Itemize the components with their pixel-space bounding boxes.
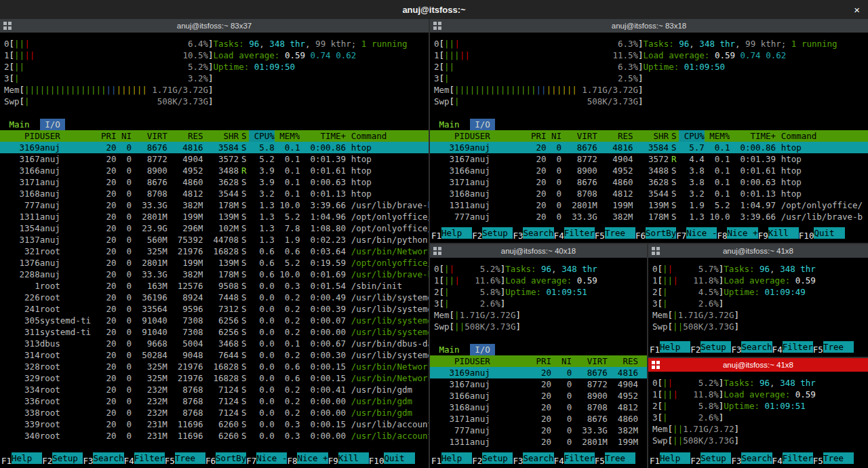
process-row[interactable]: 1311anuj2002801M199M: [430, 436, 647, 448]
process-row[interactable]: 3168anuj200870848123544S3.20.10:01.13hto…: [430, 188, 868, 199]
tab-main[interactable]: Main: [439, 119, 460, 130]
process-row[interactable]: 338root200232M87687124S0.00.20:00.00/usr…: [0, 407, 429, 418]
terminal-content[interactable]: 0[|||6.4%]Tasks: 96, 348 thr, 99 kthr; 1…: [0, 33, 429, 468]
process-row[interactable]: 3167anuj200877249043572R4.40.10:01.39hto…: [430, 153, 868, 165]
fkey-f1[interactable]: F1Help: [431, 452, 472, 464]
column-header-command[interactable]: Command: [776, 130, 816, 142]
process-row[interactable]: 3167anuj20087724904: [430, 378, 647, 390]
terminal-pane-41x8-top[interactable]: anuj@itsfoss:~ 41x80[||5.7%]Tasks: 96, 3…: [648, 244, 868, 357]
tab-i-o[interactable]: I/O: [470, 119, 496, 130]
process-row[interactable]: 339root200231M116966260S0.00.30:00.15/us…: [0, 418, 429, 430]
column-header-s[interactable]: S: [669, 130, 679, 142]
fkey-f3[interactable]: F3Search: [731, 452, 772, 464]
pane-grid-icon[interactable]: [433, 247, 441, 255]
fkey-f10[interactable]: F10Quit: [369, 452, 415, 464]
column-header-virt[interactable]: VIRT: [132, 130, 167, 142]
process-row[interactable]: 1root200163M125769508S0.00.30:01.54/sbin…: [0, 280, 429, 292]
fkey-f2[interactable]: F2Setup: [690, 452, 731, 464]
fkey-f2[interactable]: F2Setup: [690, 341, 731, 353]
column-header-shr[interactable]: SHR: [633, 130, 669, 142]
column-header-mem[interactable]: MEM%: [275, 130, 300, 142]
fkey-f2[interactable]: F2Setup: [472, 452, 513, 464]
tab-main[interactable]: Main: [439, 345, 460, 355]
column-header-virt[interactable]: VIRT: [572, 355, 608, 367]
column-header-res[interactable]: RES: [167, 130, 203, 142]
fkey-f1[interactable]: F1Help: [431, 227, 472, 239]
fkey-f5[interactable]: F5Tree: [595, 227, 635, 239]
fkey-f9[interactable]: F9Kill: [328, 452, 369, 464]
process-row[interactable]: 340root200231M116966260S0.00.30:00.00/us…: [0, 430, 429, 442]
fkey-f1[interactable]: F1Help: [1, 452, 42, 464]
fkey-f7[interactable]: F7Nice -: [676, 227, 717, 239]
process-row[interactable]: 3166anuj20089004952: [430, 390, 647, 402]
pane-grid-icon[interactable]: [3, 22, 12, 30]
window-titlebar[interactable]: anuj@itsfoss:~ ×: [0, 0, 868, 19]
terminal-content[interactable]: 0[||5.7%]Tasks: 96, 348 thr1[|||11.8%]Lo…: [648, 258, 868, 357]
process-row[interactable]: 1376anuj2002801M199M139MS0.65.20:19.59/o…: [0, 257, 429, 269]
column-header-user[interactable]: USER: [470, 355, 531, 367]
column-header-user[interactable]: USER: [470, 130, 526, 142]
process-row[interactable]: 777anuj20033.3G382M: [430, 425, 647, 436]
fkey-f10[interactable]: F10Quit: [799, 227, 845, 239]
terminal-pane-83x18[interactable]: anuj@itsfoss:~ 83x180[|||6.3%]Tasks: 96,…: [430, 19, 868, 243]
terminal-pane-40x18[interactable]: anuj@itsfoss:~ 40x180[||5.2%]Tasks: 96, …: [430, 244, 647, 468]
column-header-ni[interactable]: NI: [117, 130, 132, 142]
fkey-f5[interactable]: F5Tree: [595, 452, 635, 464]
pane-titlebar[interactable]: anuj@itsfoss:~ 41x8: [648, 358, 868, 372]
fkey-f6[interactable]: F6SortBy: [205, 452, 246, 464]
column-header-res[interactable]: RES: [597, 130, 633, 142]
pane-titlebar[interactable]: anuj@itsfoss:~ 40x18: [430, 244, 647, 258]
process-row[interactable]: 1311anuj2002801M199M139MS1.35.21:04.96/o…: [0, 211, 429, 222]
column-header-cpu[interactable]: CPU%: [249, 130, 275, 142]
process-row[interactable]: 3169anuj200867648163584S5.70.10:00.86hto…: [430, 142, 868, 153]
fkey-f5[interactable]: F5Tree: [165, 452, 205, 464]
column-header-res[interactable]: RES: [608, 355, 638, 367]
column-header-pid[interactable]: PID: [434, 130, 470, 142]
process-row[interactable]: 321root200325M2197616828S0.60.60:03.64/u…: [0, 246, 429, 257]
process-row[interactable]: 3169anuj20086764816: [430, 367, 647, 378]
process-row[interactable]: 334root200232M87687124S0.00.20:00.41/usr…: [0, 384, 429, 395]
fkey-f7[interactable]: F7Nice -: [246, 452, 287, 464]
column-header-pid[interactable]: PID: [434, 355, 470, 367]
pane-grid-icon[interactable]: [652, 361, 660, 369]
process-row[interactable]: 1354anuj20023.9G296M102MS1.37.81:08.80/o…: [0, 222, 429, 234]
process-row[interactable]: 1311anuj2002801M199M139MS1.95.21:04.97/o…: [430, 199, 868, 211]
fkey-f9[interactable]: F9Kill: [758, 227, 799, 239]
process-row[interactable]: 328root200325M2197616828S0.00.60:00.15/u…: [0, 361, 429, 372]
terminal-pane-41x8-bottom[interactable]: anuj@itsfoss:~ 41x80[||5.2%]Tasks: 96, 3…: [648, 358, 868, 468]
process-row[interactable]: 3171anuj200867648603628S3.90.10:00.63hto…: [0, 176, 429, 188]
column-header-pri[interactable]: PRI: [531, 355, 551, 367]
fkey-f5[interactable]: F5Tree: [813, 341, 854, 353]
tab-main[interactable]: Main: [9, 119, 30, 130]
terminal-pane-83x37[interactable]: anuj@itsfoss:~ 83x370[|||6.4%]Tasks: 96,…: [0, 19, 429, 468]
process-row[interactable]: 3168anuj200870848123544S3.20.10:01.13hto…: [0, 188, 429, 199]
fkey-f8[interactable]: F8Nice +: [717, 227, 757, 239]
process-row[interactable]: 3171anuj20086764860: [430, 413, 647, 425]
terminal-content[interactable]: 0[||5.2%]Tasks: 96, 348 thr1[|||11.6%]Lo…: [430, 258, 647, 468]
process-row[interactable]: 226root2003619689247448S0.00.20:00.49/us…: [0, 292, 429, 303]
process-row[interactable]: 3137anuj200560M7539244708S1.31.90:02.23/…: [0, 234, 429, 246]
process-row[interactable]: 241root2003356495967312S0.00.20:00.39/us…: [0, 303, 429, 315]
fkey-f3[interactable]: F3Search: [513, 227, 553, 239]
close-icon[interactable]: ×: [854, 4, 860, 16]
fkey-f8[interactable]: F8Nice +: [287, 452, 328, 464]
process-row[interactable]: 305systemd-ti2009104073086256S0.00.20:00…: [0, 315, 429, 326]
fkey-f4[interactable]: F4Filter: [772, 452, 813, 464]
process-row[interactable]: 2288anuj20033.3G382M178MS0.610.00:01.69/…: [0, 269, 429, 280]
fkey-f3[interactable]: F3Search: [731, 341, 772, 353]
fkey-f5[interactable]: F5Tree: [813, 452, 854, 464]
pane-grid-icon[interactable]: [433, 22, 441, 30]
column-header-command[interactable]: Command: [346, 130, 387, 142]
fkey-f1[interactable]: F1Help: [650, 452, 690, 464]
column-header-shr[interactable]: SHR: [203, 130, 239, 142]
fkey-f1[interactable]: F1Help: [650, 341, 690, 353]
column-header-virt[interactable]: VIRT: [561, 130, 597, 142]
column-header-s[interactable]: S: [239, 130, 249, 142]
fkey-f4[interactable]: F4Filter: [124, 452, 165, 464]
pane-grid-icon[interactable]: [652, 247, 660, 255]
column-header-user[interactable]: USER: [40, 130, 96, 142]
process-row[interactable]: 329root200325M2197616828S0.00.60:00.15/u…: [0, 372, 429, 384]
process-row[interactable]: 336root200232M87687124S0.00.20:00.00/usr…: [0, 395, 429, 407]
terminal-content[interactable]: 0[||5.2%]Tasks: 96, 348 thr1[|||11.8%]Lo…: [648, 372, 868, 468]
fkey-f2[interactable]: F2Setup: [42, 452, 83, 464]
